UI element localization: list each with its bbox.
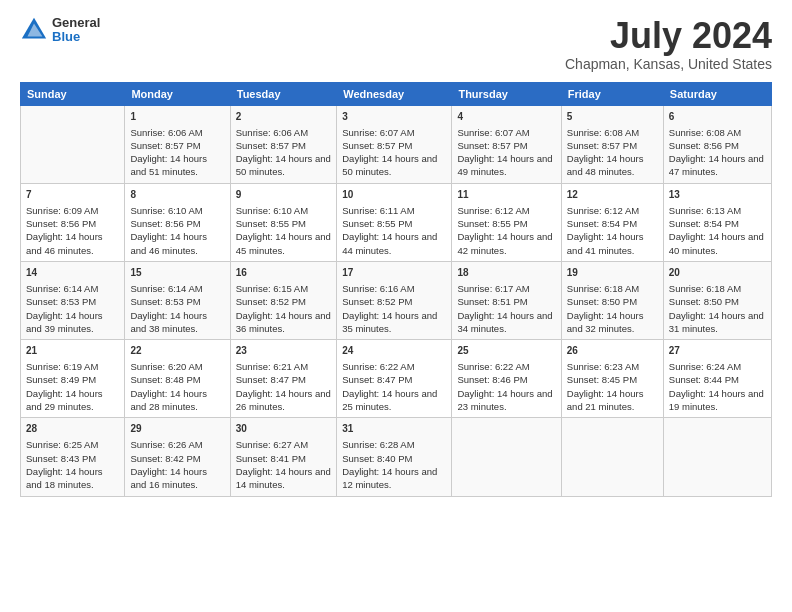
date-number: 18 [457,266,555,280]
date-number: 27 [669,344,766,358]
daylight-text: Daylight: 14 hours and 19 minutes. [669,388,764,412]
header-row: Sunday Monday Tuesday Wednesday Thursday… [21,82,772,105]
daylight-text: Daylight: 14 hours and 28 minutes. [130,388,207,412]
daylight-text: Daylight: 14 hours and 47 minutes. [669,153,764,177]
daylight-text: Daylight: 14 hours and 44 minutes. [342,231,437,255]
calendar-cell: 6Sunrise: 6:08 AMSunset: 8:56 PMDaylight… [663,105,771,183]
daylight-text: Daylight: 14 hours and 12 minutes. [342,466,437,490]
calendar-cell: 25Sunrise: 6:22 AMSunset: 8:46 PMDayligh… [452,340,561,418]
sunset-text: Sunset: 8:45 PM [567,374,637,385]
date-number: 22 [130,344,224,358]
date-number: 14 [26,266,119,280]
sunset-text: Sunset: 8:49 PM [26,374,96,385]
calendar-cell: 4Sunrise: 6:07 AMSunset: 8:57 PMDaylight… [452,105,561,183]
sunrise-text: Sunrise: 6:06 AM [236,127,308,138]
col-thursday: Thursday [452,82,561,105]
daylight-text: Daylight: 14 hours and 16 minutes. [130,466,207,490]
col-tuesday: Tuesday [230,82,336,105]
calendar-cell: 5Sunrise: 6:08 AMSunset: 8:57 PMDaylight… [561,105,663,183]
calendar-cell: 2Sunrise: 6:06 AMSunset: 8:57 PMDaylight… [230,105,336,183]
sunrise-text: Sunrise: 6:14 AM [130,283,202,294]
calendar-cell: 13Sunrise: 6:13 AMSunset: 8:54 PMDayligh… [663,183,771,261]
daylight-text: Daylight: 14 hours and 38 minutes. [130,310,207,334]
sunrise-text: Sunrise: 6:11 AM [342,205,414,216]
date-number: 7 [26,188,119,202]
daylight-text: Daylight: 14 hours and 29 minutes. [26,388,103,412]
sunrise-text: Sunrise: 6:10 AM [130,205,202,216]
sunrise-text: Sunrise: 6:09 AM [26,205,98,216]
sunset-text: Sunset: 8:53 PM [130,296,200,307]
calendar-cell [452,418,561,496]
sunrise-text: Sunrise: 6:13 AM [669,205,741,216]
date-number: 1 [130,110,224,124]
date-number: 8 [130,188,224,202]
calendar-cell: 23Sunrise: 6:21 AMSunset: 8:47 PMDayligh… [230,340,336,418]
sunset-text: Sunset: 8:57 PM [457,140,527,151]
calendar-cell: 31Sunrise: 6:28 AMSunset: 8:40 PMDayligh… [337,418,452,496]
sunset-text: Sunset: 8:43 PM [26,453,96,464]
sunrise-text: Sunrise: 6:12 AM [567,205,639,216]
daylight-text: Daylight: 14 hours and 50 minutes. [236,153,331,177]
calendar-cell: 7Sunrise: 6:09 AMSunset: 8:56 PMDaylight… [21,183,125,261]
col-wednesday: Wednesday [337,82,452,105]
date-number: 25 [457,344,555,358]
calendar-cell: 3Sunrise: 6:07 AMSunset: 8:57 PMDaylight… [337,105,452,183]
daylight-text: Daylight: 14 hours and 51 minutes. [130,153,207,177]
col-saturday: Saturday [663,82,771,105]
sunset-text: Sunset: 8:47 PM [236,374,306,385]
sunset-text: Sunset: 8:55 PM [236,218,306,229]
week-row-1: 1Sunrise: 6:06 AMSunset: 8:57 PMDaylight… [21,105,772,183]
calendar-cell: 12Sunrise: 6:12 AMSunset: 8:54 PMDayligh… [561,183,663,261]
daylight-text: Daylight: 14 hours and 49 minutes. [457,153,552,177]
calendar-cell: 24Sunrise: 6:22 AMSunset: 8:47 PMDayligh… [337,340,452,418]
sunset-text: Sunset: 8:50 PM [669,296,739,307]
date-number: 29 [130,422,224,436]
calendar-cell: 10Sunrise: 6:11 AMSunset: 8:55 PMDayligh… [337,183,452,261]
sunrise-text: Sunrise: 6:17 AM [457,283,529,294]
sunset-text: Sunset: 8:52 PM [342,296,412,307]
logo-icon [20,16,48,44]
calendar-cell: 21Sunrise: 6:19 AMSunset: 8:49 PMDayligh… [21,340,125,418]
sunrise-text: Sunrise: 6:08 AM [567,127,639,138]
date-number: 3 [342,110,446,124]
daylight-text: Daylight: 14 hours and 18 minutes. [26,466,103,490]
daylight-text: Daylight: 14 hours and 34 minutes. [457,310,552,334]
calendar-cell: 28Sunrise: 6:25 AMSunset: 8:43 PMDayligh… [21,418,125,496]
sunrise-text: Sunrise: 6:27 AM [236,439,308,450]
sunrise-text: Sunrise: 6:28 AM [342,439,414,450]
sunset-text: Sunset: 8:41 PM [236,453,306,464]
calendar-cell: 26Sunrise: 6:23 AMSunset: 8:45 PMDayligh… [561,340,663,418]
sunrise-text: Sunrise: 6:15 AM [236,283,308,294]
sunrise-text: Sunrise: 6:18 AM [567,283,639,294]
date-number: 20 [669,266,766,280]
date-number: 17 [342,266,446,280]
sunrise-text: Sunrise: 6:21 AM [236,361,308,372]
calendar-cell: 27Sunrise: 6:24 AMSunset: 8:44 PMDayligh… [663,340,771,418]
sunrise-text: Sunrise: 6:06 AM [130,127,202,138]
sunrise-text: Sunrise: 6:22 AM [457,361,529,372]
sunset-text: Sunset: 8:51 PM [457,296,527,307]
calendar-cell: 20Sunrise: 6:18 AMSunset: 8:50 PMDayligh… [663,261,771,339]
date-number: 6 [669,110,766,124]
calendar-cell: 29Sunrise: 6:26 AMSunset: 8:42 PMDayligh… [125,418,230,496]
sunrise-text: Sunrise: 6:25 AM [26,439,98,450]
daylight-text: Daylight: 14 hours and 48 minutes. [567,153,644,177]
calendar-cell: 9Sunrise: 6:10 AMSunset: 8:55 PMDaylight… [230,183,336,261]
sunrise-text: Sunrise: 6:26 AM [130,439,202,450]
logo: General Blue [20,16,100,45]
sunset-text: Sunset: 8:53 PM [26,296,96,307]
daylight-text: Daylight: 14 hours and 46 minutes. [26,231,103,255]
calendar-cell: 1Sunrise: 6:06 AMSunset: 8:57 PMDaylight… [125,105,230,183]
daylight-text: Daylight: 14 hours and 36 minutes. [236,310,331,334]
calendar-cell: 14Sunrise: 6:14 AMSunset: 8:53 PMDayligh… [21,261,125,339]
date-number: 23 [236,344,331,358]
col-monday: Monday [125,82,230,105]
sunset-text: Sunset: 8:46 PM [457,374,527,385]
main-title: July 2024 [565,16,772,56]
sunset-text: Sunset: 8:50 PM [567,296,637,307]
date-number: 28 [26,422,119,436]
sunset-text: Sunset: 8:40 PM [342,453,412,464]
header: General Blue July 2024 Chapman, Kansas, … [20,16,772,72]
calendar-cell: 19Sunrise: 6:18 AMSunset: 8:50 PMDayligh… [561,261,663,339]
week-row-4: 21Sunrise: 6:19 AMSunset: 8:49 PMDayligh… [21,340,772,418]
